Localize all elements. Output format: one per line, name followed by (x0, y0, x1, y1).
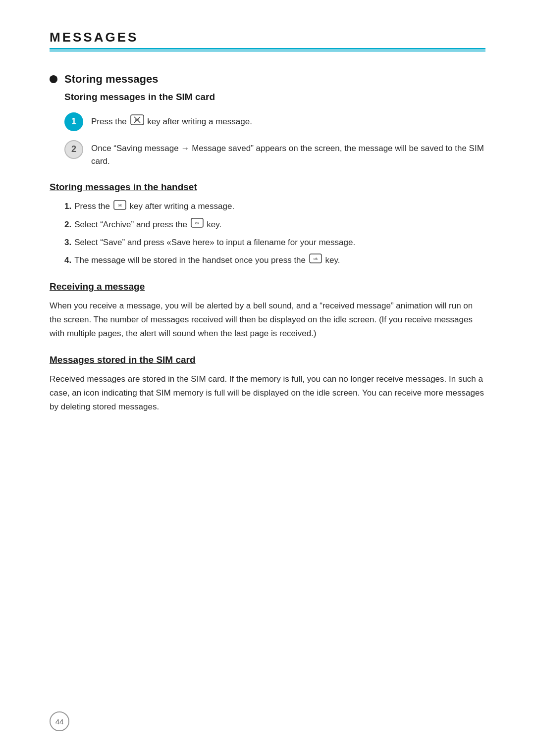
handset-step-1-num: 1. (64, 200, 71, 213)
step-2-item: 2 Once “Saving message → Message saved” … (64, 139, 485, 168)
storing-messages-heading-row: Storing messages (50, 73, 485, 86)
storing-sim-block: Storing messages in the SIM card 1 Press… (50, 92, 485, 168)
key-icon-h2: ok (191, 218, 204, 232)
svg-text:ok: ok (118, 203, 122, 207)
handset-step-4-num: 4. (64, 253, 71, 267)
handset-step-2-text: Select “Archive” and press the ok key. (74, 218, 221, 232)
svg-text:ok: ok (135, 117, 140, 122)
svg-text:ok: ok (195, 221, 199, 225)
storing-messages-section: Storing messages Storing messages in the… (50, 73, 485, 268)
handset-step-3-text: Select “Save” and press «Save here» to i… (74, 236, 355, 249)
page-container: MESSAGES Storing messages Storing messag… (0, 0, 535, 756)
receiving-message-body: When you receive a message, you will be … (50, 299, 485, 341)
storing-handset-block: Storing messages in the handset 1. Press… (50, 182, 485, 267)
page-number: 44 (50, 711, 69, 731)
main-content: Storing messages Storing messages in the… (50, 73, 485, 414)
sim-steps: 1 Press the ok key (64, 111, 485, 168)
messages-stored-sim-heading: Messages stored in the SIM card (50, 354, 485, 365)
handset-step-1: 1. Press the ok key after writing a mess… (64, 200, 485, 214)
step-2-circle: 2 (64, 140, 83, 159)
key-icon-h4: ok (309, 253, 322, 267)
receiving-message-section: Receiving a message When you receive a m… (50, 281, 485, 341)
messages-stored-sim-body: Received messages are stored in the SIM … (50, 372, 485, 414)
storing-messages-title: Storing messages (64, 73, 159, 86)
page-header: MESSAGES (50, 30, 485, 55)
bullet-icon (50, 75, 57, 83)
handset-step-3: 3. Select “Save” and press «Save here» t… (64, 236, 485, 249)
step-1-text: Press the ok key after writing a message… (91, 111, 252, 129)
handset-step-1-text: Press the ok key after writing a message… (74, 200, 234, 214)
step-1-item: 1 Press the ok key (64, 111, 485, 131)
receiving-message-heading: Receiving a message (50, 281, 485, 292)
handset-step-4: 4. The message will be stored in the han… (64, 253, 485, 268)
handset-step-2: 2. Select “Archive” and press the ok key… (64, 218, 485, 232)
key-icon-1: ok (130, 114, 144, 129)
handset-step-3-num: 3. (64, 236, 71, 249)
messages-stored-sim-section: Messages stored in the SIM card Received… (50, 354, 485, 414)
header-line-thick (50, 48, 485, 50)
page-title: MESSAGES (50, 30, 485, 45)
key-icon-h1: ok (113, 200, 126, 214)
header-line-thin (50, 50, 485, 51)
svg-text:ok: ok (314, 256, 318, 261)
step-2-text: Once “Saving message → Message saved” ap… (91, 139, 485, 168)
storing-sim-heading: Storing messages in the SIM card (64, 92, 485, 102)
handset-steps-list: 1. Press the ok key after writing a mess… (64, 200, 485, 267)
step-1-circle: 1 (64, 112, 83, 131)
storing-handset-heading: Storing messages in the handset (50, 182, 485, 193)
handset-step-2-num: 2. (64, 218, 71, 231)
handset-step-4-text: The message will be stored in the handse… (74, 253, 340, 268)
